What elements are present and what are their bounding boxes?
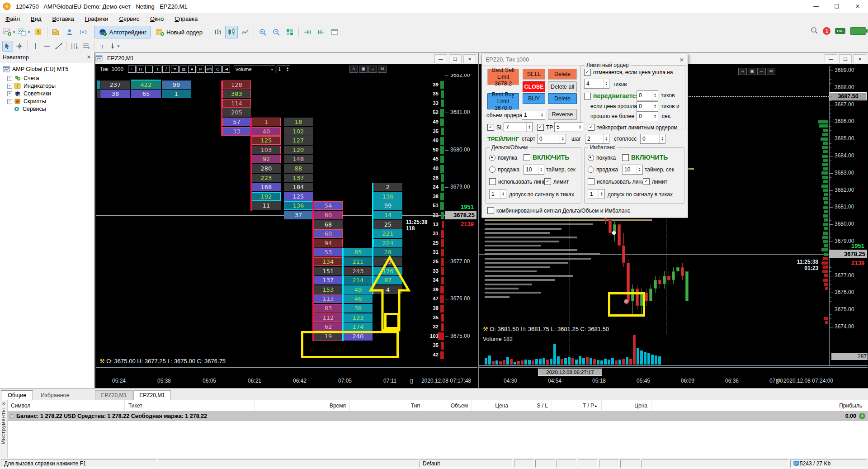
delete-buy-button[interactable]: Delete [548, 93, 577, 104]
sl-spinner[interactable]: 7▲▼ [504, 122, 533, 132]
balance-row[interactable]: Баланс: 1 278.22 USD Средства: 1 278.22 … [7, 411, 868, 421]
collapse-icon[interactable] [10, 414, 16, 418]
navigator-item-services[interactable]: ·Сервисы [7, 105, 46, 113]
maximize-button[interactable]: ❏ [826, 0, 847, 13]
cluster-series-select[interactable]: volume▼ [234, 66, 275, 73]
imbalance-enable-checkbox[interactable]: ВКЛЮЧИТЬ [622, 154, 668, 161]
delta-limit-checkbox[interactable]: ✓лимит [544, 178, 569, 185]
chart-corner-button-M[interactable]: M [767, 68, 775, 75]
delta-buy-radio[interactable]: покупка [489, 155, 517, 161]
right-chart-maximize-button[interactable]: ❏ [839, 54, 852, 63]
spinner-no_more_value[interactable]: 0▲▼ [637, 111, 658, 121]
cluster-toolbar-button-≡[interactable]: ≡ [171, 66, 179, 73]
left-chart-close-button[interactable]: ✕ [463, 54, 476, 63]
imbalance-timer-spinner[interactable]: 10▲▼ [622, 165, 643, 175]
left-chart-area[interactable]: 2373842265991128383114205573314012510392… [96, 74, 477, 367]
cluster-toolbar-button-/[interactable]: / [162, 66, 170, 73]
chart-corner-button-A[interactable]: A [349, 66, 358, 73]
chart-tab-0[interactable]: EPZ20,M1 [95, 390, 132, 400]
cluster-toolbar-button-◄[interactable]: ◄ [222, 66, 230, 73]
nav-tab-общие[interactable]: Общие [1, 390, 33, 400]
algo-trading-button[interactable]: Алготрейдинг [94, 26, 151, 38]
tile-windows-button[interactable] [283, 26, 296, 38]
toolbox-close-icon[interactable]: ✕ [2, 401, 5, 406]
cluster-toolbar-button-Ph[interactable]: Ph [205, 66, 213, 73]
column-header-Прибыль[interactable]: Прибыль [651, 400, 866, 411]
sl-checkbox[interactable]: ✓SL [487, 124, 503, 131]
close-button[interactable]: ✕ [847, 0, 868, 13]
chart-corner-button-▣[interactable]: ▣ [359, 66, 368, 73]
delete-all-button[interactable]: Delete all [548, 81, 577, 92]
signals-button[interactable] [77, 26, 90, 38]
cycle-lines-tool[interactable]: E [69, 41, 80, 52]
trendline-tool[interactable] [53, 41, 64, 52]
menu-item-вид[interactable]: Вид [25, 14, 47, 24]
horizontal-line-tool[interactable] [42, 41, 52, 52]
delete-sell-button[interactable]: Delete [548, 69, 577, 80]
menu-item-сервис[interactable]: Сервис [114, 14, 145, 24]
zoom-in-button[interactable] [256, 26, 269, 38]
accounts-button[interactable]: $ [32, 26, 45, 38]
cluster-toolbar-button-I[interactable]: I [154, 66, 161, 73]
sell-button[interactable]: SELL [523, 69, 545, 80]
menu-item-окно[interactable]: Окно [145, 14, 169, 24]
menu-item-вставка[interactable]: Вставка [47, 14, 80, 24]
cluster-toolbar-button-−[interactable]: − [145, 66, 153, 73]
search-icon[interactable] [810, 26, 818, 36]
navigator-item-indicators[interactable]: +fИндикаторы [7, 82, 56, 90]
menu-item-графики[interactable]: Графики [80, 14, 114, 24]
column-header-Тип[interactable]: Тип [350, 400, 424, 411]
text-tool[interactable]: T [97, 41, 108, 52]
arrows-tool[interactable]: ▼ [108, 41, 121, 52]
lvl-indicator[interactable]: LVL [835, 28, 845, 34]
imbalance-sell-radio[interactable]: продажа [588, 166, 618, 173]
add-icon[interactable]: + [859, 413, 865, 419]
right-chart-minimize-button[interactable]: — [825, 54, 837, 63]
buy-button[interactable]: BUY [523, 93, 545, 104]
community-button[interactable] [63, 26, 76, 38]
column-header-Объем[interactable]: Объем [424, 400, 472, 411]
left-chart-titlebar[interactable]: EPZ20,M1 — ❏ ✕ [95, 53, 478, 64]
cluster-toolbar-button-C[interactable]: C [214, 66, 222, 73]
imbalance-tolerance-spinner[interactable]: 1▲▼ [588, 189, 605, 199]
fibonacci-tool[interactable]: F [81, 41, 92, 52]
cluster-toolbar-button-●[interactable]: ● [188, 66, 196, 73]
notification-badge[interactable]: 1 [823, 27, 830, 35]
tp-limit-checkbox[interactable]: ✓тейкпрофит лимитным ордером [588, 124, 678, 131]
navigator-item-advisors[interactable]: +Советники [7, 90, 51, 98]
new-chart-button[interactable]: ▼ [2, 26, 16, 38]
cluster-toolbar-button-▤[interactable]: ▤ [179, 66, 187, 73]
order-panel-close-icon[interactable]: ✕ [679, 57, 684, 63]
profiles-button[interactable]: ▼ [17, 26, 31, 38]
spinner-passed_value[interactable]: 0▲▼ [637, 101, 658, 111]
left-chart-minimize-button[interactable]: — [434, 54, 447, 63]
delta-tolerance-spinner[interactable]: 1▲▼ [489, 189, 506, 199]
reverse-button[interactable]: Reverse [548, 109, 577, 120]
nav-tab-избранное[interactable]: Избранное [34, 390, 76, 400]
menu-item-справка[interactable]: Справка [169, 14, 203, 24]
cluster-toolbar-button-+[interactable]: + [128, 66, 136, 73]
cluster-scale-spinner[interactable]: 1▲▼ [277, 66, 290, 73]
spinner-move_value[interactable]: 0▲▼ [637, 90, 658, 100]
imbalance-buy-radio[interactable]: покупка [588, 155, 616, 161]
trailing-step-spinner[interactable]: 2▲▼ [585, 134, 609, 144]
column-header-Время[interactable]: Время [255, 400, 350, 411]
cluster-toolbar-button-P[interactable]: P [197, 66, 204, 73]
right-chart-time-axis[interactable]: 2020.12.08 06:27:1704:3004:5405:1805:450… [479, 367, 868, 388]
delta-enable-checkbox[interactable]: ВКЛЮЧИТЬ [524, 154, 569, 161]
delta-sell-radio[interactable]: продажа [489, 166, 519, 173]
column-header-Цена[interactable]: Цена [602, 400, 651, 411]
toolbox-toggle-button[interactable] [328, 26, 341, 38]
cluster-toolbar-button-H[interactable]: H [137, 66, 144, 73]
chart-corner-button-A[interactable]: A [738, 68, 747, 75]
menu-item-файл[interactable]: Файл [0, 14, 25, 24]
vertical-line-tool[interactable] [30, 41, 41, 52]
close-button[interactable]: CLOSE [523, 81, 545, 92]
zoom-out-button[interactable] [270, 26, 283, 38]
trailing-stop-spinner[interactable]: 0▲▼ [640, 134, 665, 144]
navigator-item-accounts[interactable]: +Счета [7, 74, 39, 82]
column-header-TP[interactable]: T / P ▲ [552, 400, 602, 411]
chart-corner-button-⇔[interactable]: ⇔ [757, 68, 766, 75]
chart-corner-button-▣[interactable]: ▣ [748, 68, 756, 75]
left-chart-time-axis[interactable]: 05:2405:3806:0506:2106:4207:0507:11▯2020… [96, 367, 477, 388]
